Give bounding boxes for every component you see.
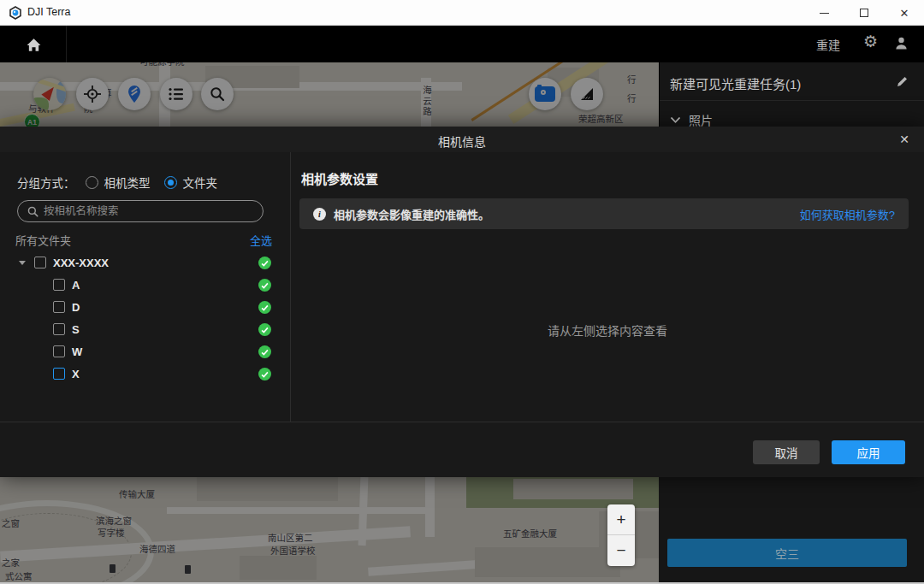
apply-button[interactable]: 应用 <box>832 440 905 464</box>
valid-check-badge <box>258 345 271 358</box>
account-person-icon[interactable] <box>894 36 909 50</box>
dialog-title: 相机信息 <box>0 133 924 150</box>
folder-checkbox[interactable] <box>53 368 65 380</box>
map-label: 外国语学校 <box>270 544 316 557</box>
dialog-header: 相机信息 ✕ <box>0 127 924 152</box>
folder-tree-row[interactable]: S <box>0 319 290 341</box>
folder-label[interactable]: XXX-XXXX <box>53 257 109 269</box>
minimize-button[interactable] <box>804 0 844 26</box>
app-window: DJI Terra ✕ 重建 ⚙ 可能源学院圳算与软件院海云路荣超高新区行行 A… <box>0 0 924 584</box>
map-pin-icon <box>127 85 142 103</box>
toolbar-divider <box>66 26 67 62</box>
map-label: 五矿金融大厦 <box>503 527 557 540</box>
layers-list-button[interactable] <box>160 78 192 110</box>
folder-label[interactable]: S <box>72 323 80 336</box>
valid-check-badge <box>258 279 271 292</box>
map-label: 可能源学院 <box>139 62 185 68</box>
folder-label[interactable]: D <box>72 301 80 314</box>
rebuild-menu[interactable]: 重建 <box>816 36 840 53</box>
camera-search-box <box>17 200 264 222</box>
edit-pencil-icon[interactable] <box>896 75 909 88</box>
folder-checkbox[interactable] <box>53 301 65 313</box>
valid-check-badge <box>258 368 271 380</box>
map-label: 海德四道 <box>139 542 175 555</box>
params-heading: 相机参数设置 <box>301 169 378 187</box>
map-label: 行 <box>627 73 637 86</box>
task-panel: 新建可见光重建任务(1) 照片 <box>659 62 924 127</box>
map-zoom-control: + − <box>607 504 635 566</box>
crosshair-icon <box>83 85 102 103</box>
folder-tree-row[interactable]: D <box>0 297 290 319</box>
radio-folder-label[interactable]: 文件夹 <box>183 174 218 191</box>
camera-icon <box>535 86 555 102</box>
info-icon: i <box>313 208 326 221</box>
task-title: 新建可见光重建任务(1) <box>670 74 801 92</box>
measure-button[interactable] <box>571 78 603 110</box>
dji-terra-logo-icon <box>9 6 22 20</box>
folder-label[interactable]: A <box>72 279 80 292</box>
expander-arrow-icon[interactable] <box>19 261 26 265</box>
map-road <box>167 507 432 514</box>
map-marker-a1[interactable]: A1 <box>24 114 40 127</box>
camera-search-input[interactable] <box>42 202 256 221</box>
minimize-icon <box>820 13 829 14</box>
maximize-icon <box>860 9 868 17</box>
select-all-link[interactable]: 全选 <box>250 232 272 248</box>
close-window-button[interactable]: ✕ <box>885 0 924 26</box>
valid-check-badge <box>258 257 271 269</box>
map-label: 式公寓 <box>5 569 33 582</box>
folder-tree-row[interactable]: A <box>0 274 290 297</box>
map-bottom[interactable]: 传输大厦滨海之窗写字楼海德四道南山区第二外国语学校五矿金融大厦之窗之家式公寓 +… <box>0 477 659 584</box>
zoom-out-button[interactable]: − <box>607 535 635 565</box>
map-label: 之家 <box>2 556 20 569</box>
folder-label[interactable]: W <box>72 345 82 358</box>
folder-checkbox[interactable] <box>53 279 65 291</box>
photos-label: 照片 <box>689 111 713 128</box>
map-label: 行 <box>627 91 637 104</box>
chevron-down-icon <box>670 116 681 124</box>
close-icon: ✕ <box>900 8 909 19</box>
radio-camera-type-label[interactable]: 相机类型 <box>104 174 151 191</box>
folder-tree-row[interactable]: XXX-XXXX <box>0 252 290 274</box>
panel-divider <box>660 100 924 101</box>
photos-section-header[interactable]: 照片 <box>670 111 713 128</box>
map-building <box>475 547 620 577</box>
maximize-button[interactable] <box>844 0 884 26</box>
window-title: DJI Terra <box>27 6 70 18</box>
map-search-button[interactable] <box>201 78 234 110</box>
map-building <box>197 477 338 501</box>
home-icon <box>26 38 42 52</box>
folder-label[interactable]: X <box>72 368 80 380</box>
camera-capture-button[interactable] <box>529 78 561 110</box>
footer-divider <box>0 422 924 422</box>
help-link[interactable]: 如何获取相机参数? <box>800 206 895 222</box>
folder-tree-row[interactable]: W <box>0 341 290 363</box>
folder-tree-row[interactable]: X <box>0 363 290 386</box>
folder-tree: XXX-XXXXADSWX <box>0 252 290 386</box>
map-label: 滨海之窗 <box>96 514 132 527</box>
home-button[interactable] <box>17 32 50 56</box>
settings-gear-icon[interactable]: ⚙ <box>863 32 878 51</box>
map-label: 荣超高新区 <box>578 112 624 125</box>
zoom-in-button[interactable]: + <box>607 504 635 534</box>
map-mode-button[interactable] <box>33 78 66 110</box>
toolbar: 重建 ⚙ <box>0 26 924 62</box>
dialog-close-button[interactable]: ✕ <box>897 132 912 147</box>
radio-camera-type[interactable] <box>86 176 98 189</box>
folder-checkbox[interactable] <box>53 345 65 357</box>
titlebar: DJI Terra ✕ <box>0 0 924 26</box>
folder-checkbox[interactable] <box>53 323 65 335</box>
cancel-button[interactable]: 取消 <box>753 440 820 464</box>
folders-header: 所有文件夹 <box>15 232 272 248</box>
valid-check-badge <box>258 323 271 336</box>
aerotriangulation-button[interactable]: 空三 <box>667 539 907 567</box>
map-label: 传输大厦 <box>119 487 155 500</box>
search-icon <box>209 86 226 103</box>
folder-checkbox[interactable] <box>34 257 46 268</box>
list-icon <box>168 86 185 102</box>
valid-check-badge <box>258 301 271 314</box>
radio-folder[interactable] <box>164 176 177 189</box>
map-building <box>240 556 317 580</box>
locate-button[interactable] <box>76 78 109 110</box>
pin-button[interactable] <box>118 78 151 110</box>
